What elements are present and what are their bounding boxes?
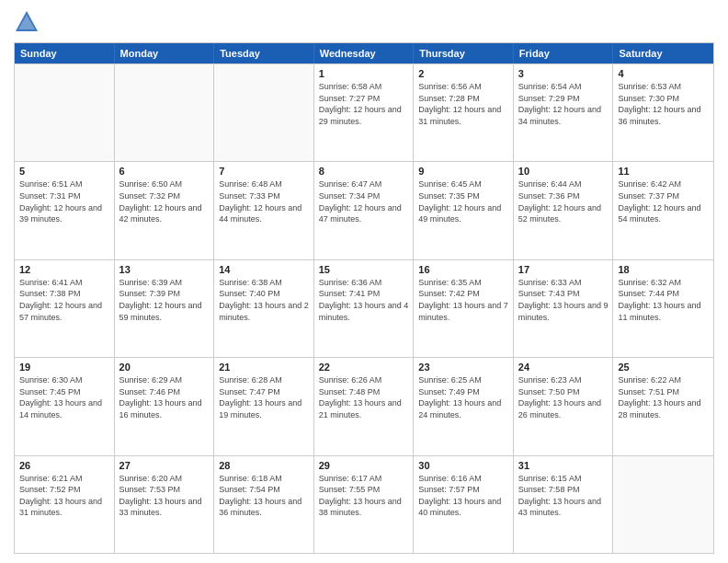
cal-cell-day-26: 26Sunrise: 6:21 AM Sunset: 7:52 PM Dayli…: [15, 456, 115, 553]
day-info: Sunrise: 6:42 AM Sunset: 7:37 PM Dayligh…: [618, 178, 709, 224]
cal-cell-day-3: 3Sunrise: 6:54 AM Sunset: 7:29 PM Daylig…: [514, 64, 614, 161]
day-number: 24: [518, 362, 609, 373]
day-info: Sunrise: 6:53 AM Sunset: 7:30 PM Dayligh…: [618, 81, 709, 127]
day-number: 14: [219, 264, 309, 275]
cal-cell-day-22: 22Sunrise: 6:26 AM Sunset: 7:48 PM Dayli…: [314, 358, 415, 454]
day-info: Sunrise: 6:16 AM Sunset: 7:57 PM Dayligh…: [418, 473, 508, 519]
cal-cell-empty: [613, 456, 713, 553]
cal-cell-day-5: 5Sunrise: 6:51 AM Sunset: 7:31 PM Daylig…: [15, 162, 115, 259]
cal-cell-day-30: 30Sunrise: 6:16 AM Sunset: 7:57 PM Dayli…: [414, 456, 514, 553]
cal-cell-day-10: 10Sunrise: 6:44 AM Sunset: 7:36 PM Dayli…: [514, 162, 614, 259]
cal-cell-day-20: 20Sunrise: 6:29 AM Sunset: 7:46 PM Dayli…: [115, 358, 215, 454]
cal-header-monday: Monday: [115, 43, 215, 63]
day-info: Sunrise: 6:36 AM Sunset: 7:41 PM Dayligh…: [319, 277, 409, 323]
cal-cell-day-16: 16Sunrise: 6:35 AM Sunset: 7:42 PM Dayli…: [414, 260, 514, 357]
day-number: 26: [19, 460, 109, 471]
day-number: 9: [418, 166, 508, 177]
day-info: Sunrise: 6:41 AM Sunset: 7:38 PM Dayligh…: [19, 277, 109, 323]
day-info: Sunrise: 6:58 AM Sunset: 7:27 PM Dayligh…: [319, 81, 409, 127]
cal-header-friday: Friday: [514, 43, 614, 63]
cal-cell-day-15: 15Sunrise: 6:36 AM Sunset: 7:41 PM Dayli…: [314, 260, 415, 357]
header: [14, 9, 714, 35]
cal-cell-empty: [115, 64, 215, 161]
logo: [14, 9, 43, 35]
cal-row-5: 26Sunrise: 6:21 AM Sunset: 7:52 PM Dayli…: [15, 455, 713, 553]
day-number: 25: [618, 362, 709, 373]
cal-cell-day-27: 27Sunrise: 6:20 AM Sunset: 7:53 PM Dayli…: [115, 456, 215, 553]
cal-cell-empty: [15, 64, 115, 161]
day-info: Sunrise: 6:30 AM Sunset: 7:45 PM Dayligh…: [19, 374, 109, 420]
calendar-header-row: SundayMondayTuesdayWednesdayThursdayFrid…: [15, 43, 713, 63]
day-number: 6: [119, 166, 210, 177]
cal-cell-day-18: 18Sunrise: 6:32 AM Sunset: 7:44 PM Dayli…: [613, 260, 713, 357]
day-number: 12: [19, 264, 109, 275]
cal-header-thursday: Thursday: [414, 43, 514, 63]
day-info: Sunrise: 6:17 AM Sunset: 7:55 PM Dayligh…: [319, 473, 409, 519]
cal-cell-day-7: 7Sunrise: 6:48 AM Sunset: 7:33 PM Daylig…: [214, 162, 314, 259]
cal-row-4: 19Sunrise: 6:30 AM Sunset: 7:45 PM Dayli…: [15, 357, 713, 454]
day-info: Sunrise: 6:22 AM Sunset: 7:51 PM Dayligh…: [618, 374, 709, 420]
day-number: 21: [219, 362, 309, 373]
day-info: Sunrise: 6:29 AM Sunset: 7:46 PM Dayligh…: [119, 374, 210, 420]
day-number: 3: [518, 68, 609, 79]
day-number: 1: [319, 68, 409, 79]
logo-icon: [14, 9, 40, 35]
day-info: Sunrise: 6:25 AM Sunset: 7:49 PM Dayligh…: [418, 374, 508, 420]
day-info: Sunrise: 6:38 AM Sunset: 7:40 PM Dayligh…: [219, 277, 309, 323]
day-number: 30: [418, 460, 508, 471]
day-info: Sunrise: 6:50 AM Sunset: 7:32 PM Dayligh…: [119, 178, 210, 224]
cal-cell-day-28: 28Sunrise: 6:18 AM Sunset: 7:54 PM Dayli…: [214, 456, 314, 553]
cal-row-1: 1Sunrise: 6:58 AM Sunset: 7:27 PM Daylig…: [15, 63, 713, 161]
day-info: Sunrise: 6:26 AM Sunset: 7:48 PM Dayligh…: [319, 374, 409, 420]
cal-header-tuesday: Tuesday: [214, 43, 314, 63]
day-info: Sunrise: 6:20 AM Sunset: 7:53 PM Dayligh…: [119, 473, 210, 519]
day-info: Sunrise: 6:21 AM Sunset: 7:52 PM Dayligh…: [19, 473, 109, 519]
day-number: 5: [19, 166, 109, 177]
day-number: 20: [119, 362, 210, 373]
cal-header-wednesday: Wednesday: [314, 43, 415, 63]
day-info: Sunrise: 6:51 AM Sunset: 7:31 PM Dayligh…: [19, 178, 109, 224]
cal-cell-day-19: 19Sunrise: 6:30 AM Sunset: 7:45 PM Dayli…: [15, 358, 115, 454]
day-info: Sunrise: 6:33 AM Sunset: 7:43 PM Dayligh…: [518, 277, 609, 323]
cal-cell-day-17: 17Sunrise: 6:33 AM Sunset: 7:43 PM Dayli…: [514, 260, 614, 357]
day-number: 28: [219, 460, 309, 471]
calendar: SundayMondayTuesdayWednesdayThursdayFrid…: [14, 42, 714, 554]
cal-cell-day-12: 12Sunrise: 6:41 AM Sunset: 7:38 PM Dayli…: [15, 260, 115, 357]
cal-cell-day-1: 1Sunrise: 6:58 AM Sunset: 7:27 PM Daylig…: [314, 64, 415, 161]
day-number: 17: [518, 264, 609, 275]
day-info: Sunrise: 6:32 AM Sunset: 7:44 PM Dayligh…: [618, 277, 709, 323]
page: SundayMondayTuesdayWednesdayThursdayFrid…: [0, 0, 728, 563]
day-info: Sunrise: 6:48 AM Sunset: 7:33 PM Dayligh…: [219, 178, 309, 224]
day-info: Sunrise: 6:56 AM Sunset: 7:28 PM Dayligh…: [418, 81, 508, 127]
cal-cell-day-23: 23Sunrise: 6:25 AM Sunset: 7:49 PM Dayli…: [414, 358, 514, 454]
cal-cell-day-2: 2Sunrise: 6:56 AM Sunset: 7:28 PM Daylig…: [414, 64, 514, 161]
day-number: 15: [319, 264, 409, 275]
day-number: 22: [319, 362, 409, 373]
day-number: 2: [418, 68, 508, 79]
day-info: Sunrise: 6:54 AM Sunset: 7:29 PM Dayligh…: [518, 81, 609, 127]
day-number: 16: [418, 264, 508, 275]
day-number: 8: [319, 166, 409, 177]
cal-cell-day-8: 8Sunrise: 6:47 AM Sunset: 7:34 PM Daylig…: [314, 162, 415, 259]
cal-header-sunday: Sunday: [15, 43, 115, 63]
calendar-body: 1Sunrise: 6:58 AM Sunset: 7:27 PM Daylig…: [15, 63, 713, 553]
cal-cell-empty: [214, 64, 314, 161]
day-info: Sunrise: 6:39 AM Sunset: 7:39 PM Dayligh…: [119, 277, 210, 323]
cal-cell-day-13: 13Sunrise: 6:39 AM Sunset: 7:39 PM Dayli…: [115, 260, 215, 357]
day-info: Sunrise: 6:15 AM Sunset: 7:58 PM Dayligh…: [518, 473, 609, 519]
day-number: 19: [19, 362, 109, 373]
cal-cell-day-9: 9Sunrise: 6:45 AM Sunset: 7:35 PM Daylig…: [414, 162, 514, 259]
cal-cell-day-21: 21Sunrise: 6:28 AM Sunset: 7:47 PM Dayli…: [214, 358, 314, 454]
day-info: Sunrise: 6:28 AM Sunset: 7:47 PM Dayligh…: [219, 374, 309, 420]
day-number: 18: [618, 264, 709, 275]
day-number: 31: [518, 460, 609, 471]
cal-cell-day-11: 11Sunrise: 6:42 AM Sunset: 7:37 PM Dayli…: [613, 162, 713, 259]
day-number: 13: [119, 264, 210, 275]
day-info: Sunrise: 6:47 AM Sunset: 7:34 PM Dayligh…: [319, 178, 409, 224]
day-number: 10: [518, 166, 609, 177]
day-info: Sunrise: 6:35 AM Sunset: 7:42 PM Dayligh…: [418, 277, 508, 323]
cal-cell-day-14: 14Sunrise: 6:38 AM Sunset: 7:40 PM Dayli…: [214, 260, 314, 357]
cal-row-3: 12Sunrise: 6:41 AM Sunset: 7:38 PM Dayli…: [15, 259, 713, 357]
cal-cell-day-6: 6Sunrise: 6:50 AM Sunset: 7:32 PM Daylig…: [115, 162, 215, 259]
day-info: Sunrise: 6:44 AM Sunset: 7:36 PM Dayligh…: [518, 178, 609, 224]
